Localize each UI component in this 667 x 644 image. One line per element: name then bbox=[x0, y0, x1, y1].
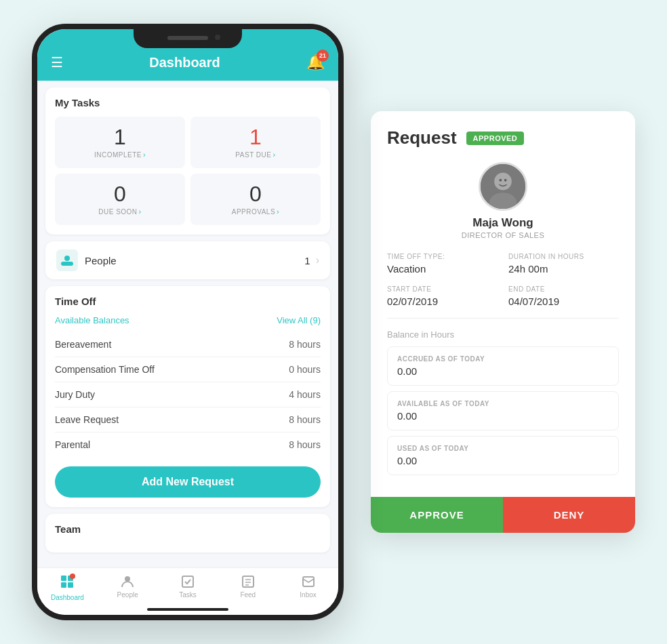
end-date-item: END DATE 04/07/2019 bbox=[508, 285, 619, 307]
used-value: 0.00 bbox=[397, 455, 609, 466]
leave-request-hours: 8 hours bbox=[289, 414, 321, 425]
accrued-value: 0.00 bbox=[397, 365, 609, 377]
svg-point-15 bbox=[494, 173, 512, 190]
svg-rect-8 bbox=[182, 576, 193, 587]
team-section: Team bbox=[45, 514, 330, 552]
bereavement-hours: 8 hours bbox=[289, 339, 321, 350]
time-off-type-value: Vacation bbox=[387, 263, 498, 275]
my-tasks-title: My Tasks bbox=[55, 97, 321, 108]
nav-inbox-label: Inbox bbox=[300, 591, 316, 599]
svg-rect-2 bbox=[61, 576, 66, 581]
phone-device: ☰ Dashboard 🔔 21 My Tasks 1 INCOMPLETE ›… bbox=[32, 24, 344, 620]
nav-people-label: People bbox=[117, 591, 138, 599]
available-label: AVAILABLE AS OF TODAY bbox=[397, 400, 609, 407]
used-balance-box: USED AS OF TODAY 0.00 bbox=[387, 436, 619, 475]
past-due-label: PAST DUE › bbox=[235, 150, 275, 159]
start-date-item: START DATE 02/07/2019 bbox=[387, 285, 498, 307]
person-avatar-area: Maja Wong DIRECTOR OF SALES bbox=[387, 162, 619, 239]
parental-label: Parental bbox=[55, 439, 90, 450]
svg-point-17 bbox=[500, 179, 502, 182]
nav-tasks[interactable]: Tasks bbox=[171, 573, 205, 601]
time-off-header: Time Off bbox=[55, 296, 321, 307]
nav-feed-label: Feed bbox=[240, 591, 256, 599]
people-icon bbox=[56, 249, 78, 271]
jury-duty-balance: Jury Duty 4 hours bbox=[55, 382, 321, 407]
jury-duty-label: Jury Duty bbox=[55, 389, 95, 400]
bereavement-label: Bereavement bbox=[55, 339, 111, 350]
request-card: Request APPROVED Maja Wong DIRECTOR OF S… bbox=[371, 111, 635, 533]
nav-tasks-label: Tasks bbox=[179, 591, 197, 599]
incomplete-task[interactable]: 1 INCOMPLETE › bbox=[55, 117, 185, 168]
parental-hours: 8 hours bbox=[289, 439, 321, 450]
nav-dashboard-label: Dashboard bbox=[51, 594, 84, 601]
card-body: Request APPROVED Maja Wong DIRECTOR OF S… bbox=[371, 111, 635, 497]
jury-duty-hours: 4 hours bbox=[289, 389, 321, 400]
duration-value: 24h 00m bbox=[508, 263, 619, 275]
svg-rect-4 bbox=[61, 582, 66, 588]
notifications-button[interactable]: 🔔 21 bbox=[306, 54, 325, 71]
due-soon-task[interactable]: 0 DUE SOON › bbox=[55, 174, 185, 225]
compensation-balance: Compensation Time Off 0 hours bbox=[55, 357, 321, 382]
approvals-count: 0 bbox=[249, 183, 262, 205]
time-off-section: Time Off Available Balances View All (9)… bbox=[45, 286, 330, 507]
people-chevron-icon: › bbox=[316, 254, 319, 266]
start-date-label: START DATE bbox=[387, 285, 498, 293]
svg-rect-5 bbox=[68, 582, 73, 588]
people-label: People bbox=[85, 255, 304, 266]
phone-camera bbox=[215, 35, 220, 40]
leave-request-label: Leave Request bbox=[55, 414, 119, 425]
nav-feed[interactable]: Feed bbox=[231, 573, 265, 601]
parental-balance: Parental 8 hours bbox=[55, 432, 321, 457]
request-info-grid: TIME OFF TYPE: Vacation DURATION IN HOUR… bbox=[387, 253, 619, 319]
card-header: Request APPROVED bbox=[387, 127, 619, 148]
past-due-count: 1 bbox=[249, 126, 262, 148]
phone-speaker bbox=[167, 36, 208, 40]
incomplete-count: 1 bbox=[114, 126, 126, 148]
request-title: Request bbox=[387, 127, 457, 148]
add-new-request-button[interactable]: Add New Request bbox=[55, 466, 321, 498]
notification-badge: 21 bbox=[317, 49, 329, 62]
status-badge: APPROVED bbox=[466, 132, 525, 145]
duration-label: DURATION IN HOURS bbox=[508, 253, 619, 260]
home-indicator bbox=[147, 608, 228, 611]
used-label: USED AS OF TODAY bbox=[397, 445, 609, 452]
tasks-grid: 1 INCOMPLETE › 1 PAST DUE › 0 DUE SOON ›… bbox=[55, 117, 321, 225]
duration-item: DURATION IN HOURS 24h 00m bbox=[508, 253, 619, 275]
nav-dashboard[interactable]: Dashboard bbox=[50, 573, 84, 601]
available-balances-label: Available Balances bbox=[55, 315, 129, 325]
people-count: 1 bbox=[304, 255, 310, 266]
incomplete-label: INCOMPLETE › bbox=[94, 150, 146, 159]
accrued-balance-box: ACCRUED AS OF TODAY 0.00 bbox=[387, 346, 619, 386]
nav-inbox[interactable]: Inbox bbox=[291, 573, 325, 601]
approvals-task[interactable]: 0 APPROVALS › bbox=[190, 174, 321, 225]
avatar bbox=[479, 162, 527, 211]
nav-people[interactable]: People bbox=[110, 573, 144, 601]
leave-request-balance: Leave Request 8 hours bbox=[55, 407, 321, 432]
svg-point-7 bbox=[125, 576, 130, 582]
deny-button[interactable]: DENY bbox=[503, 497, 635, 533]
time-off-title: Time Off bbox=[55, 296, 96, 307]
end-date-label: END DATE bbox=[508, 285, 619, 293]
approvals-label: APPROVALS › bbox=[232, 207, 280, 216]
approve-button[interactable]: APPROVE bbox=[371, 497, 503, 533]
accrued-label: ACCRUED AS OF TODAY bbox=[397, 355, 609, 363]
menu-icon[interactable]: ☰ bbox=[51, 54, 63, 71]
available-balance-box: AVAILABLE AS OF TODAY 0.00 bbox=[387, 391, 619, 430]
people-row[interactable]: People 1 › bbox=[45, 241, 330, 279]
end-date-value: 04/07/2019 bbox=[508, 296, 619, 307]
time-off-type-label: TIME OFF TYPE: bbox=[387, 253, 498, 260]
person-name: Maja Wong bbox=[472, 216, 533, 230]
compensation-hours: 0 hours bbox=[289, 364, 321, 375]
time-off-type-item: TIME OFF TYPE: Vacation bbox=[387, 253, 498, 275]
available-value: 0.00 bbox=[397, 410, 609, 422]
balance-section: Balance in Hours ACCRUED AS OF TODAY 0.0… bbox=[387, 329, 619, 475]
past-due-task[interactable]: 1 PAST DUE › bbox=[190, 117, 321, 168]
start-date-value: 02/07/2019 bbox=[387, 296, 498, 307]
svg-rect-13 bbox=[303, 577, 314, 586]
svg-point-6 bbox=[70, 573, 75, 579]
card-actions: APPROVE DENY bbox=[371, 497, 635, 533]
my-tasks-section: My Tasks 1 INCOMPLETE › 1 PAST DUE › 0 D… bbox=[45, 87, 330, 235]
compensation-label: Compensation Time Off bbox=[55, 364, 155, 375]
view-all-button[interactable]: View All (9) bbox=[277, 315, 321, 325]
balance-section-title: Balance in Hours bbox=[387, 329, 619, 340]
